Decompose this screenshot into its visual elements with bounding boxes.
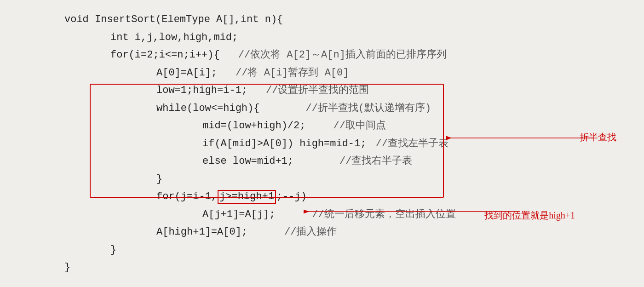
code-text-15: } bbox=[64, 259, 70, 277]
comment-12: //统一后移元素，空出插入位置 bbox=[312, 206, 455, 224]
code-line-2: int i,j,low,high,mid; bbox=[18, 29, 626, 47]
code-line-13: A[high+1]=A[0]; //插入操作 bbox=[18, 224, 626, 241]
code-text-6: while(low<=high){ bbox=[156, 100, 259, 118]
code-line-14: } bbox=[18, 241, 626, 259]
code-text-14: } bbox=[110, 241, 116, 259]
comment-9: //查找右半子表 bbox=[339, 153, 412, 171]
comment-7: //取中间点 bbox=[333, 117, 385, 135]
code-line-6: while(low<=high){ //折半查找(默认递增有序) bbox=[18, 100, 626, 118]
code-text-11b: j>=high+1 bbox=[218, 190, 276, 204]
comment-4: //将 A[i]暂存到 A[0] bbox=[236, 64, 349, 82]
code-line-11: for(j=i-1,j>=high+1;--j) bbox=[18, 188, 626, 206]
code-container: void InsertSort(ElemType A[],int n){ int… bbox=[0, 0, 644, 287]
code-text-3: for(i=2;i<=n;i++){ bbox=[110, 46, 220, 64]
code-text-1: void InsertSort(ElemType A[],int n){ bbox=[64, 11, 283, 29]
code-text-2: int i,j,low,high,mid; bbox=[110, 29, 238, 47]
code-text-13: A[high+1]=A[0]; bbox=[156, 224, 247, 241]
code-line-5: low=1;high=i-1; //设置折半查找的范围 bbox=[18, 82, 626, 100]
code-text-12: A[j+1]=A[j]; bbox=[202, 206, 275, 224]
code-text-5: low=1;high=i-1; bbox=[156, 82, 247, 100]
code-text-8: if(A[mid]>A[0]) high=mid-1; bbox=[202, 135, 366, 153]
code-text-11: for(j=i-1, bbox=[156, 188, 217, 206]
code-line-4: A[0]=A[i]; //将 A[i]暂存到 A[0] bbox=[18, 64, 626, 82]
code-line-9: else low=mid+1; //查找右半子表 bbox=[18, 153, 626, 171]
binary-search-label: 折半查找 bbox=[580, 131, 616, 144]
found-position-label: 找到的位置就是high+1 bbox=[484, 209, 575, 222]
code-line-10: } bbox=[18, 171, 626, 189]
comment-6: //折半查找(默认递增有序) bbox=[305, 100, 431, 118]
code-text-11c: ;--j) bbox=[276, 188, 307, 206]
code-text-10: } bbox=[156, 171, 162, 189]
comment-3: //依次将 A[2]～A[n]插入前面的已排序序列 bbox=[238, 46, 447, 64]
code-text-4: A[0]=A[i]; bbox=[156, 64, 217, 82]
code-line-1: void InsertSort(ElemType A[],int n){ bbox=[18, 11, 626, 29]
code-line-15: } bbox=[18, 259, 626, 277]
code-text-9: else low=mid+1; bbox=[202, 153, 293, 171]
code-line-3: for(i=2;i<=n;i++){ //依次将 A[2]～A[n]插入前面的已… bbox=[18, 46, 626, 64]
code-text-7: mid=(low+high)/2; bbox=[202, 117, 305, 135]
comment-13: //插入操作 bbox=[284, 224, 337, 241]
code-line-8: if(A[mid]>A[0]) high=mid-1; //查找左半子表 bbox=[18, 135, 626, 153]
comment-5: //设置折半查找的范围 bbox=[266, 82, 369, 100]
code-line-7: mid=(low+high)/2; //取中间点 bbox=[18, 117, 626, 135]
comment-8: //查找左半子表 bbox=[375, 135, 448, 153]
